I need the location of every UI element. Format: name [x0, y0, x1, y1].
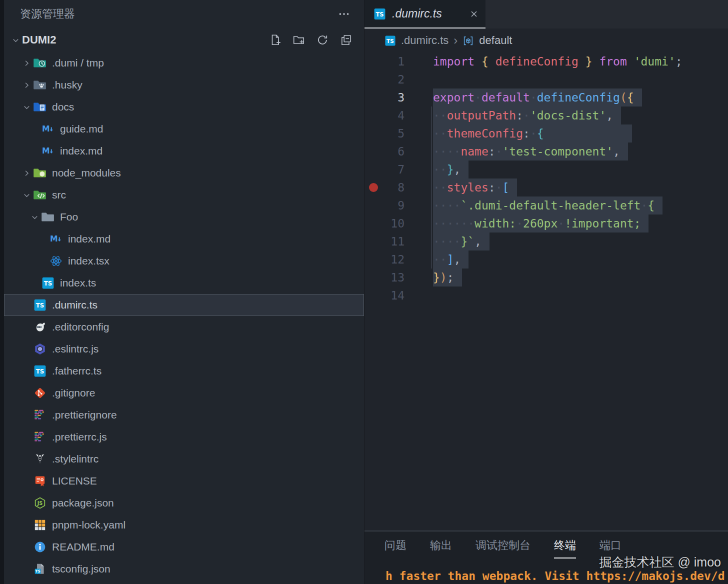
indent-spacer [28, 276, 41, 290]
breakpoint-gutter[interactable] [364, 178, 382, 196]
tab-dumirc-ts[interactable]: TS .dumirc.ts [364, 0, 486, 28]
gutter[interactable] [364, 52, 382, 70]
indent-spacer [20, 562, 33, 576]
tree-item-label: .prettierignore [52, 409, 117, 421]
breadcrumb-file[interactable]: .dumirc.ts [401, 34, 448, 47]
indent-spacer [36, 232, 49, 246]
tree-item-editorconfig[interactable]: .editorconfig [4, 316, 364, 338]
gutter[interactable] [364, 214, 382, 232]
tree-item-husky[interactable]: .husky [4, 74, 364, 96]
selection-highlight: ····name:·'test-component', [433, 142, 628, 160]
file-tree: .dumi / tmp.huskydocsMguide.mdMindex.mdn… [4, 52, 364, 584]
tree-item-label: .prettierrc.js [52, 431, 107, 443]
svg-text:TS: TS [36, 368, 44, 375]
panel-tab-调试控制台[interactable]: 调试控制台 [476, 538, 530, 558]
tree-item-index-ts[interactable]: TSindex.ts [4, 272, 364, 294]
tree-item-label: README.md [52, 541, 114, 553]
gutter[interactable] [364, 196, 382, 214]
tree-item-package-json[interactable]: JSpackage.json [4, 492, 364, 514]
indent-spacer [20, 430, 33, 444]
typescript-icon: TS [41, 276, 55, 290]
tree-item-readme-md[interactable]: README.md [4, 536, 364, 558]
folder-node-icon [33, 166, 47, 180]
tree-item-node-modules[interactable]: node_modules [4, 162, 364, 184]
svg-text:TS: TS [376, 11, 384, 18]
line-number: 10 [382, 214, 404, 232]
tree-item-gitignore[interactable]: .gitignore [4, 382, 364, 404]
tree-item-label: index.ts [60, 277, 96, 289]
gutter[interactable] [364, 160, 382, 178]
tree-item-prettierrc-js[interactable]: .prettierrc.js [4, 426, 364, 448]
tree-item-label: node_modules [52, 167, 121, 179]
gutter[interactable] [364, 250, 382, 268]
indent-spacer [36, 254, 49, 268]
tree-item-license[interactable]: LICENSE [4, 470, 364, 492]
markdown-icon: M [49, 232, 63, 246]
selection-highlight: export·default·defineConfig({ [433, 88, 642, 106]
line-number: 1 [382, 52, 404, 70]
tree-item-index-tsx[interactable]: index.tsx [4, 250, 364, 272]
svg-text:M: M [42, 124, 50, 134]
gutter[interactable] [364, 88, 382, 106]
indent-spacer [20, 298, 33, 312]
indent-spacer [20, 540, 33, 554]
typescript-icon: TS [374, 8, 386, 20]
panel-tab-问题[interactable]: 问题 [384, 538, 406, 558]
code-line-8: 8··styles:·[ [364, 178, 728, 196]
tree-item-label: index.md [60, 145, 102, 157]
tree-item-dumi-tmp[interactable]: .dumi / tmp [4, 52, 364, 74]
indent-spacer [20, 386, 33, 400]
refresh-icon[interactable] [316, 33, 330, 47]
selection-highlight: ····}`, [433, 232, 490, 250]
tree-item-label: .stylelintrc [52, 453, 98, 465]
gutter[interactable] [364, 124, 382, 142]
more-actions-icon[interactable] [337, 7, 351, 21]
collapse-all-icon[interactable] [339, 33, 353, 47]
tree-item-index-md[interactable]: Mindex.md [4, 228, 364, 250]
code-text: export·default·defineConfig({ [433, 88, 642, 106]
gutter[interactable] [364, 232, 382, 250]
gutter[interactable] [364, 106, 382, 124]
indent-guide [431, 106, 432, 268]
project-section-header[interactable]: DUMI2 [4, 28, 364, 52]
tree-item-guide-md[interactable]: Mguide.md [4, 118, 364, 140]
tree-item-stylelintrc[interactable]: .stylelintrc [4, 448, 364, 470]
tree-item-pnpm-lock-yaml[interactable]: pnpm-lock.yaml [4, 514, 364, 536]
code-lines: 1import { defineConfig } from 'dumi';23e… [364, 52, 728, 304]
gutter[interactable] [364, 142, 382, 160]
tree-item-index-md[interactable]: Mindex.md [4, 140, 364, 162]
tree-item-src[interactable]: src [4, 184, 364, 206]
code-line-13: 13}); [364, 268, 728, 286]
eslint-icon [33, 342, 47, 356]
line-number: 9 [382, 196, 404, 214]
code-editor[interactable]: 1import { defineConfig } from 'dumi';23e… [364, 52, 728, 530]
markdown-icon: M [41, 122, 55, 136]
gutter[interactable] [364, 268, 382, 286]
selection-highlight: ··outputPath:·'docs-dist', [433, 106, 621, 124]
terminal-output: h faster than webpack. Visit https://mak… [386, 570, 725, 582]
gutter[interactable] [364, 70, 382, 88]
tree-item-label: .dumirc.ts [52, 299, 98, 311]
tree-item-fatherrc-ts[interactable]: TS.fatherrc.ts [4, 360, 364, 382]
svg-text:JS: JS [37, 500, 43, 506]
panel-tab-输出[interactable]: 输出 [430, 538, 452, 558]
tree-item-prettierignore[interactable]: .prettierignore [4, 404, 364, 426]
tree-item-foo[interactable]: Foo [4, 206, 364, 228]
gutter[interactable] [364, 286, 382, 304]
breadcrumb-symbol[interactable]: default [479, 34, 512, 47]
tree-item-eslintrc-js[interactable]: .eslintrc.js [4, 338, 364, 360]
tree-item-label: package.json [52, 497, 114, 509]
close-icon[interactable] [468, 8, 480, 20]
pnpm-icon [33, 518, 47, 532]
new-file-icon[interactable] [268, 33, 282, 47]
breakpoint-icon[interactable] [369, 183, 378, 192]
tree-item-dumirc-ts[interactable]: TS.dumirc.ts [4, 294, 364, 316]
breadcrumb: TS .dumirc.ts › default [364, 28, 728, 52]
tree-item-docs[interactable]: docs [4, 96, 364, 118]
indent-spacer [20, 408, 33, 422]
tree-item-tsconfig-json[interactable]: TStsconfig.json [4, 558, 364, 580]
code-line-3: 3export·default·defineConfig({ [364, 88, 728, 106]
explorer-actions [268, 33, 353, 47]
new-folder-icon[interactable] [292, 33, 306, 47]
panel-tab-终端[interactable]: 终端 [554, 538, 576, 558]
